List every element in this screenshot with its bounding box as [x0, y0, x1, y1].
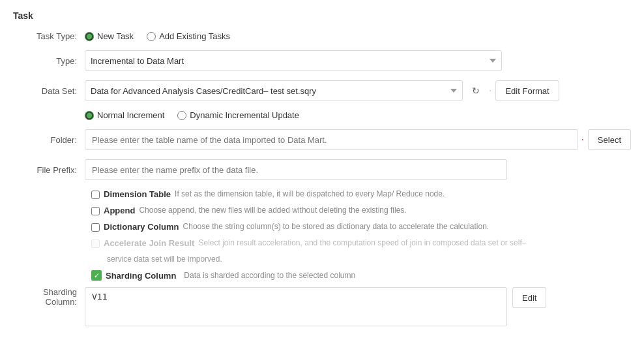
dynamic-increment-label: Dynamic Incremental Update — [190, 110, 299, 120]
dimension-table-label: Dimension Table — [104, 189, 171, 199]
add-existing-radio[interactable] — [147, 32, 156, 41]
sharding-checked-area: ✓ Sharding Column Data is sharded accord… — [91, 270, 355, 281]
file-prefix-row: File Prefix: — [13, 159, 631, 180]
dimension-table-desc: If set as the dimension table, it will b… — [175, 189, 445, 198]
dimension-table-row: Dimension Table If set as the dimension … — [13, 189, 631, 199]
accelerate-join-desc: Select join result acceleration, and the… — [198, 238, 526, 247]
sharding-column-textarea[interactable]: V11 — [85, 287, 507, 326]
dictionary-column-row: Dictionary Column Choose the string colu… — [13, 222, 631, 232]
type-content: Incremental to Data Mart Full Load Incre… — [85, 50, 631, 71]
select-button[interactable]: Select — [588, 129, 631, 150]
dictionary-column-checkbox[interactable] — [91, 223, 100, 232]
new-task-radio[interactable] — [85, 32, 94, 41]
accelerate-note: service data set will be imporved. — [13, 255, 631, 264]
sharding-column-label: Sharding Column: — [13, 287, 85, 307]
dataset-content: Data for Advanced Analysis Cases/CreditC… — [85, 80, 631, 101]
dictionary-column-label: Dictionary Column — [104, 222, 179, 232]
normal-increment-label: Normal Increment — [97, 110, 164, 120]
type-row: Type: Incremental to Data Mart Full Load… — [13, 50, 631, 71]
accelerate-join-label: Accelerate Join Result — [104, 238, 194, 248]
new-task-label: New Task — [97, 31, 134, 41]
sharding-label: Sharding Column — [106, 271, 176, 281]
sharding-desc: Data is sharded according to the selecte… — [184, 271, 355, 280]
sharding-column-row: Sharding Column: V11 Edit — [13, 287, 631, 326]
dynamic-increment-radio[interactable] — [177, 111, 186, 120]
normal-increment-option[interactable]: Normal Increment — [85, 110, 164, 120]
task-type-row: Task Type: New Task Add Existing Tasks — [13, 31, 631, 41]
sharding-column-content: V11 Edit — [85, 287, 546, 326]
append-label: Append — [104, 206, 135, 215]
accelerate-join-row: Accelerate Join Result Select join resul… — [13, 238, 631, 248]
file-prefix-input[interactable] — [85, 159, 507, 180]
type-label: Type: — [13, 56, 85, 66]
add-existing-label: Add Existing Tasks — [159, 31, 230, 41]
task-type-label: Task Type: — [13, 31, 85, 41]
sharding-checkbox-row: ✓ Sharding Column Data is sharded accord… — [13, 270, 631, 281]
file-prefix-content — [85, 159, 631, 180]
edit-format-button[interactable]: Edit Format — [495, 80, 559, 101]
sharding-checkmark: ✓ — [91, 270, 102, 281]
section-title: Task — [13, 10, 631, 21]
task-type-options: New Task Add Existing Tasks — [85, 31, 631, 41]
dictionary-column-desc: Choose the string column(s) to be stored… — [183, 222, 490, 231]
append-checkbox[interactable] — [91, 207, 100, 215]
add-existing-option[interactable]: Add Existing Tasks — [147, 31, 230, 41]
increment-options-row: Normal Increment Dynamic Incremental Upd… — [13, 110, 631, 120]
dimension-table-checkbox[interactable] — [91, 191, 100, 199]
folder-input[interactable] — [85, 129, 578, 150]
folder-label: Folder: — [13, 135, 85, 145]
append-row: Append Choose append, the new files will… — [13, 206, 631, 215]
dynamic-increment-option[interactable]: Dynamic Incremental Update — [177, 110, 299, 120]
dot-separator: · — [489, 85, 491, 97]
folder-content: · Select — [85, 129, 631, 150]
increment-options: Normal Increment Dynamic Incremental Upd… — [85, 110, 631, 120]
file-prefix-label: File Prefix: — [13, 165, 85, 175]
folder-row: Folder: · Select — [13, 129, 631, 150]
dataset-label: Data Set: — [13, 86, 85, 96]
dataset-select[interactable]: Data for Advanced Analysis Cases/CreditC… — [85, 80, 463, 101]
sharding-edit-button[interactable]: Edit — [512, 287, 546, 308]
append-desc: Choose append, the new files will be add… — [139, 206, 406, 215]
accelerate-join-checkbox[interactable] — [91, 240, 100, 248]
normal-increment-radio[interactable] — [85, 111, 94, 120]
dataset-row: Data Set: Data for Advanced Analysis Cas… — [13, 80, 631, 101]
new-task-option[interactable]: New Task — [85, 31, 134, 41]
type-select[interactable]: Incremental to Data Mart Full Load Incre… — [85, 50, 502, 71]
required-dot: · — [581, 134, 583, 146]
refresh-button[interactable]: ↻ — [467, 82, 485, 100]
